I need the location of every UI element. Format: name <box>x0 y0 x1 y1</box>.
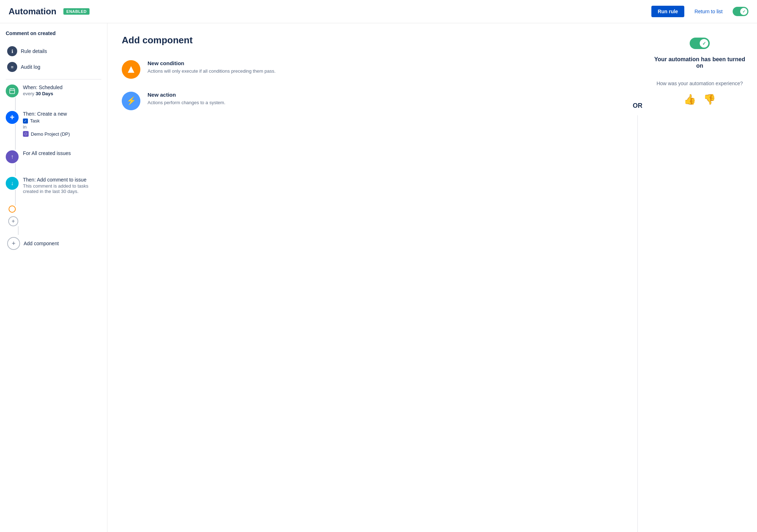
when-scheduled-icon <box>6 84 19 97</box>
project-label: Demo Project (DP) <box>31 131 70 137</box>
workflow-steps: When: Scheduled every 30 Days + Then: Cr… <box>6 84 101 252</box>
new-condition-icon <box>122 60 140 79</box>
new-action-text: New action Actions perform changes to a … <box>148 92 225 106</box>
for-all-created-icon: ↑ <box>6 150 19 163</box>
thumbs-down-icon[interactable]: 👎 <box>703 93 716 105</box>
new-action-desc: Actions perform changes to a system. <box>148 99 225 106</box>
in-label: in <box>23 124 101 130</box>
run-rule-button[interactable]: Run rule <box>651 6 685 17</box>
rule-details-icon: ℹ <box>7 46 17 56</box>
sidebar-divider <box>6 79 101 79</box>
rule-details-label: Rule details <box>21 48 47 54</box>
orange-dot <box>9 205 16 213</box>
main-layout: Comment on created ℹ Rule details ≡ Audi… <box>0 23 757 532</box>
then-add-comment-icon: ↓ <box>6 177 19 190</box>
sidebar: Comment on created ℹ Rule details ≡ Audi… <box>0 23 107 532</box>
task-label: Task <box>30 118 40 124</box>
center-panel: Add component New condition Actions will… <box>107 23 633 532</box>
then-create-title: Then: Create a new <box>23 111 101 117</box>
then-add-comment-title: Then: Add comment to issue <box>23 177 101 183</box>
step-then-create[interactable]: + Then: Create a new ✓ Task in ⬡ Demo Pr… <box>6 110 101 150</box>
project-icon: ⬡ <box>23 131 29 137</box>
task-checkbox-icon: ✓ <box>23 119 28 124</box>
new-action-icon: ⚡ <box>122 92 140 110</box>
sidebar-item-audit-log[interactable]: ≡ Audit log <box>6 59 101 75</box>
step-when-scheduled[interactable]: When: Scheduled every 30 Days <box>6 84 101 110</box>
new-condition-desc: Actions will only execute if all conditi… <box>148 68 276 75</box>
audit-log-label: Audit log <box>21 64 40 70</box>
project-detail: ⬡ Demo Project (DP) <box>23 131 101 137</box>
right-panel: ✓ Your automation has been turned on How… <box>642 23 757 532</box>
inner-plus-circle-icon: + <box>8 216 18 226</box>
toggle-check-icon: ✓ <box>742 9 746 14</box>
feedback-icons: 👍 👎 <box>684 93 716 105</box>
toggle-knob: ✓ <box>740 8 747 15</box>
add-component-button[interactable]: + Add component <box>6 235 101 252</box>
add-component-label: Add component <box>24 241 59 246</box>
for-all-created-content: For All created issues <box>23 150 101 156</box>
new-condition-text: New condition Actions will only execute … <box>148 60 276 75</box>
when-scheduled-subtitle: every 30 Days <box>23 91 101 96</box>
then-add-comment-content: Then: Add comment to issue This comment … <box>23 176 101 194</box>
right-toggle-check-icon: ✓ <box>702 41 706 46</box>
for-all-created-title: For All created issues <box>23 150 101 156</box>
sidebar-item-rule-details[interactable]: ℹ Rule details <box>6 43 101 59</box>
scheduled-interval: 30 Days <box>35 91 53 96</box>
task-detail: ✓ Task <box>23 118 101 124</box>
svg-rect-0 <box>10 89 15 94</box>
right-panel-title: Your automation has been turned on <box>654 56 746 69</box>
bottom-connector <box>12 226 101 235</box>
inner-add-component[interactable]: + <box>8 216 18 226</box>
app-header: Automation ENABLED Run rule Return to li… <box>0 0 757 23</box>
thumbs-up-icon[interactable]: 👍 <box>684 93 696 105</box>
then-create-content: Then: Create a new ✓ Task in ⬡ Demo Proj… <box>23 110 101 137</box>
when-scheduled-title: When: Scheduled <box>23 84 101 90</box>
app-title: Automation <box>9 6 56 16</box>
center-title: Add component <box>122 35 618 46</box>
audit-log-icon: ≡ <box>7 62 17 72</box>
return-to-list-link[interactable]: Return to list <box>694 9 723 14</box>
right-toggle-knob: ✓ <box>700 39 708 48</box>
orange-dot-container: + <box>8 205 101 226</box>
svg-marker-4 <box>128 66 134 73</box>
when-scheduled-content: When: Scheduled every 30 Days <box>23 84 101 96</box>
new-condition-title: New condition <box>148 60 276 66</box>
new-action-title: New action <box>148 92 225 98</box>
then-add-comment-subtitle: This comment is added to tasks created i… <box>23 183 101 194</box>
enabled-badge: ENABLED <box>63 8 90 15</box>
right-automation-toggle[interactable]: ✓ <box>690 38 710 49</box>
new-condition-option[interactable]: New condition Actions will only execute … <box>122 60 618 79</box>
or-divider-container: OR <box>633 23 642 532</box>
vertical-divider <box>637 115 638 532</box>
step-then-add-comment[interactable]: ↓ Then: Add comment to issue This commen… <box>6 176 101 205</box>
new-action-option[interactable]: ⚡ New action Actions perform changes to … <box>122 92 618 110</box>
automation-toggle[interactable]: ✓ <box>733 7 748 16</box>
add-component-plus-icon: + <box>7 237 20 250</box>
right-panel-subtitle: How was your automation experience? <box>656 81 743 86</box>
or-label: OR <box>633 102 642 110</box>
sidebar-subtitle: Comment on created <box>6 30 101 36</box>
step-for-all-created[interactable]: ↑ For All created issues <box>6 150 101 176</box>
then-create-icon: + <box>6 111 19 124</box>
